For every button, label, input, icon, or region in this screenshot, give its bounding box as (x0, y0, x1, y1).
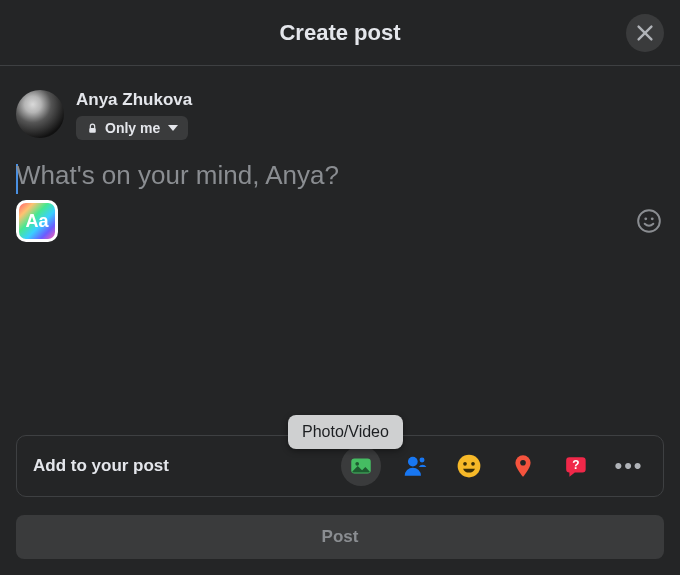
svg-text:?: ? (572, 458, 579, 472)
svg-point-10 (471, 462, 475, 466)
close-button[interactable] (626, 14, 664, 52)
attachment-icons: ? ••• (341, 446, 647, 486)
tag-people-button[interactable] (395, 446, 435, 486)
svg-point-5 (355, 462, 359, 466)
post-text-input[interactable]: What's on your mind, Anya? (16, 160, 664, 200)
feeling-icon (456, 453, 482, 479)
photo-icon (348, 453, 374, 479)
svg-point-3 (651, 217, 654, 220)
audience-selector[interactable]: Only me (76, 116, 188, 140)
tag-people-icon (402, 453, 428, 479)
dialog-body: Anya Zhukova Only me What's on your mind… (0, 66, 680, 435)
svg-point-2 (644, 217, 647, 220)
svg-point-7 (420, 458, 425, 463)
photo-video-tooltip: Photo/Video (288, 415, 403, 449)
qa-button[interactable]: ? (557, 446, 597, 486)
post-button-label: Post (322, 527, 359, 547)
check-in-button[interactable] (503, 446, 543, 486)
svg-rect-0 (89, 127, 96, 132)
svg-point-8 (458, 455, 481, 478)
ellipsis-icon: ••• (614, 453, 643, 478)
create-post-dialog: Create post Anya Zhukova Only me (0, 0, 680, 575)
composer: What's on your mind, Anya? Aa (16, 160, 664, 435)
svg-point-1 (638, 210, 660, 232)
chevron-down-icon (168, 125, 178, 131)
svg-point-11 (520, 460, 526, 466)
photo-video-button[interactable] (341, 446, 381, 486)
background-picker-button[interactable]: Aa (16, 200, 58, 242)
more-options-button[interactable]: ••• (611, 455, 647, 477)
smile-icon (636, 208, 662, 234)
dialog-title: Create post (279, 20, 400, 46)
composer-footer: Aa (16, 200, 664, 254)
user-name: Anya Zhukova (76, 90, 192, 110)
avatar[interactable] (16, 90, 64, 138)
audience-label: Only me (105, 120, 160, 136)
svg-point-6 (408, 457, 418, 467)
user-meta: Anya Zhukova Only me (76, 90, 192, 140)
lock-icon (86, 122, 99, 135)
close-icon (634, 22, 656, 44)
add-to-post-label: Add to your post (33, 456, 331, 476)
dialog-header: Create post (0, 0, 680, 66)
user-row: Anya Zhukova Only me (16, 90, 664, 140)
feeling-activity-button[interactable] (449, 446, 489, 486)
qa-icon: ? (564, 453, 590, 479)
location-pin-icon (510, 453, 536, 479)
emoji-picker-button[interactable] (634, 206, 664, 236)
svg-point-9 (463, 462, 467, 466)
post-button[interactable]: Post (16, 515, 664, 559)
aa-icon: Aa (25, 211, 48, 232)
